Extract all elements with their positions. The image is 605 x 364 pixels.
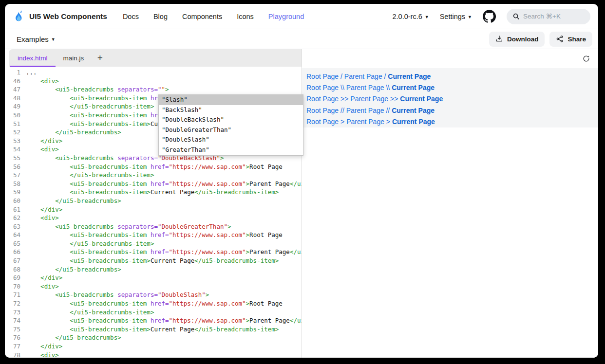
- line-number: 63: [5, 222, 20, 231]
- code-line: 67 <ui5-breadcrumbs-item>Current Page</u…: [5, 256, 302, 265]
- nav-link-icons[interactable]: Icons: [237, 13, 254, 20]
- line-number: 68: [5, 265, 20, 274]
- add-tab-button[interactable]: +: [92, 49, 108, 67]
- search-input[interactable]: [523, 13, 577, 20]
- breadcrumb-row: Root Page / Parent Page / Current Page: [306, 71, 598, 82]
- breadcrumb-link[interactable]: Root Page: [306, 95, 339, 103]
- line-number: 67: [5, 256, 20, 265]
- nav-link-docs[interactable]: Docs: [123, 13, 139, 20]
- line-number: 57: [5, 171, 20, 180]
- share-button[interactable]: Share: [549, 32, 592, 47]
- code-text: </ui5-breadcrumbs>: [26, 128, 121, 137]
- toolbar-actions: Download Share: [489, 32, 592, 47]
- autocomplete-item[interactable]: "GreaterThan": [159, 145, 303, 155]
- breadcrumb-link[interactable]: Root Page: [306, 107, 339, 114]
- breadcrumb-link[interactable]: Parent Page: [346, 107, 384, 114]
- breadcrumb-link[interactable]: Root Page: [306, 73, 339, 80]
- autocomplete-item[interactable]: "DoubleGreaterThan": [159, 125, 303, 135]
- settings-label: Settings: [440, 13, 465, 20]
- search-box[interactable]: [507, 9, 590, 24]
- line-number: 66: [5, 248, 20, 256]
- line-number: 48: [5, 94, 20, 103]
- nav-link-blog[interactable]: Blog: [153, 13, 168, 20]
- line-number: 64: [5, 231, 20, 239]
- download-button[interactable]: Download: [489, 32, 545, 47]
- breadcrumb-separator: >: [339, 118, 346, 126]
- code-line: 64 <ui5-breadcrumbs-item href="https://w…: [5, 231, 302, 239]
- line-number: 58: [5, 180, 20, 188]
- code-line: 57 </ui5-breadcrumbs-item>: [5, 171, 302, 180]
- breadcrumb-link[interactable]: Parent Page: [346, 84, 384, 91]
- code-text: ...: [26, 68, 37, 77]
- browser-frame: UI5 Web Components DocsBlogComponentsIco…: [0, 0, 605, 364]
- line-number: 47: [5, 85, 20, 94]
- version-label: 2.0.0-rc.6: [393, 13, 422, 20]
- breadcrumb-current: Current Page: [392, 84, 435, 91]
- code-line: 63 <ui5-breadcrumbs separators="DoubleGr…: [5, 222, 302, 231]
- code-text: <ui5-breadcrumbs separators="">: [26, 85, 169, 94]
- breadcrumb-link[interactable]: Parent Page: [350, 95, 388, 103]
- settings-dropdown[interactable]: Settings ▼: [440, 13, 472, 20]
- code-text: <ui5-breadcrumbs-item>Current Page</ui5-…: [26, 325, 279, 334]
- code-line: 58 <ui5-breadcrumbs-item href="https://w…: [5, 180, 302, 188]
- code-line: 60 </ui5-breadcrumbs>: [5, 197, 302, 205]
- line-number: 72: [5, 299, 20, 308]
- autocomplete-item[interactable]: "DoubleBackSlash": [159, 115, 303, 125]
- examples-dropdown[interactable]: Examples ▼: [17, 35, 56, 43]
- code-text: </div>: [26, 137, 62, 146]
- line-number: 53: [5, 137, 20, 146]
- code-text: <ui5-breadcrumbs separators="DoubleSlash…: [26, 291, 209, 299]
- code-text: <ui5-breadcrumbs-item>Current Page</ui5-…: [26, 188, 279, 197]
- code-line: 62 <div>: [5, 214, 302, 222]
- breadcrumb-row: Root Page // Parent Page // Current Page: [306, 105, 598, 116]
- nav-link-playground[interactable]: Playground: [268, 13, 304, 20]
- code-text: <ui5-breadcrumbs-item>Current Page</ui5-…: [26, 256, 279, 265]
- line-number: 51: [5, 120, 20, 128]
- breadcrumb-current: Current Page: [392, 118, 435, 126]
- github-link[interactable]: [483, 10, 496, 23]
- code-line: 73 </ui5-breadcrumbs-item>: [5, 308, 302, 317]
- breadcrumb-link[interactable]: Parent Page: [346, 118, 384, 126]
- breadcrumb-separator: >>: [339, 95, 350, 103]
- refresh-icon: [582, 55, 590, 63]
- line-number: 75: [5, 325, 20, 334]
- breadcrumb-link[interactable]: Root Page: [306, 84, 339, 91]
- line-number: 70: [5, 282, 20, 291]
- breadcrumb-separator: \\: [339, 84, 346, 91]
- brand[interactable]: UI5 Web Components: [12, 10, 107, 23]
- code-text: <ui5-breadcrumbs-item href="https://www.…: [26, 316, 302, 325]
- editor-tabbar: index.htmlmain.js+: [9, 49, 302, 67]
- code-line: 71 <ui5-breadcrumbs separators="DoubleSl…: [5, 291, 302, 299]
- breadcrumb-separator: //: [384, 107, 392, 114]
- autocomplete-item[interactable]: "BackSlash": [159, 105, 303, 115]
- breadcrumb-separator: >>: [388, 95, 400, 103]
- breadcrumb-link[interactable]: Parent Page: [344, 73, 382, 80]
- preview-toolbar: [302, 49, 598, 68]
- share-label: Share: [567, 36, 586, 43]
- code-line: 78 <div>: [5, 351, 302, 358]
- site-header: UI5 Web Components DocsBlogComponentsIco…: [5, 4, 598, 29]
- code-text: <ui5-breadcrumbs-item href="https://www.…: [26, 231, 283, 239]
- code-line: 59 <ui5-breadcrumbs-item>Current Page</u…: [5, 188, 302, 197]
- code-line: 77 </div>: [5, 342, 302, 351]
- ui5-flame-logo-icon: [12, 10, 25, 23]
- code-text: </ui5-breadcrumbs-item>: [26, 239, 154, 248]
- tab-index-html[interactable]: index.html: [10, 49, 56, 67]
- version-dropdown[interactable]: 2.0.0-rc.6 ▼: [393, 13, 429, 20]
- autocomplete-item[interactable]: "Slash": [159, 95, 303, 105]
- code-text: </ui5-breadcrumbs-item>: [26, 308, 154, 317]
- line-number: 50: [5, 111, 20, 120]
- line-number: 77: [5, 342, 20, 351]
- autocomplete-dropdown: "Slash""BackSlash""DoubleBackSlash""Doub…: [158, 94, 303, 156]
- autocomplete-item[interactable]: "DoubleSlash": [159, 135, 303, 145]
- code-text: </ui5-breadcrumbs>: [26, 265, 121, 274]
- breadcrumb-row: Root Page >> Parent Page >> Current Page: [306, 93, 598, 105]
- code-line: 47 <ui5-breadcrumbs separators="">: [5, 85, 302, 94]
- nav-link-components[interactable]: Components: [182, 13, 222, 20]
- refresh-button[interactable]: [582, 55, 590, 63]
- line-number: 73: [5, 308, 20, 317]
- code-text: <div>: [26, 282, 59, 291]
- tab-main-js[interactable]: main.js: [56, 49, 92, 67]
- breadcrumb-link[interactable]: Root Page: [306, 118, 339, 126]
- line-number: 56: [5, 163, 20, 171]
